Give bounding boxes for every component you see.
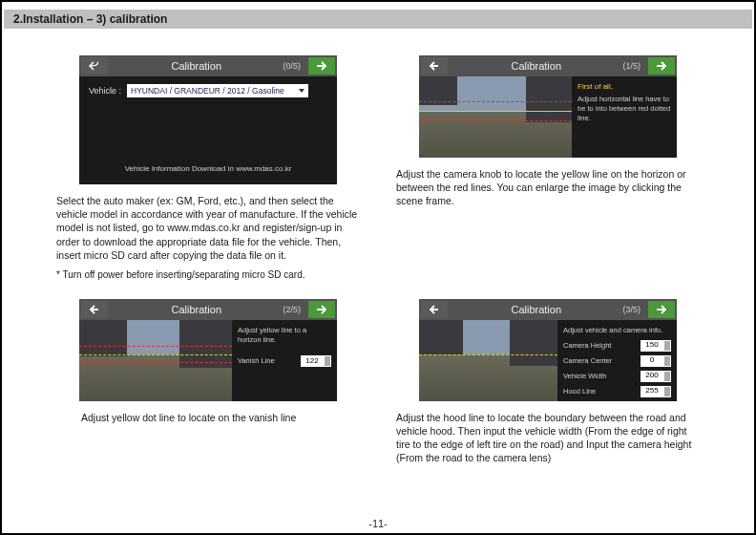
back-button[interactable] bbox=[81, 301, 108, 318]
side-heading: First of all, bbox=[578, 82, 671, 92]
vehicle-select-body: Vehicle : HYUNDAI / GRANDEUR / 2012 / Ga… bbox=[79, 76, 337, 105]
camera-height-stepper[interactable]: 150 bbox=[640, 340, 671, 352]
vanish-label: Vanish Line bbox=[238, 356, 275, 366]
next-button[interactable] bbox=[648, 301, 675, 318]
camera-height-label: Camera Height bbox=[563, 341, 611, 351]
hood-line-stepper[interactable]: 255 bbox=[640, 386, 671, 397]
next-button[interactable] bbox=[308, 57, 335, 75]
section-title: 2.Installation – 3) calibration bbox=[13, 12, 167, 26]
screenshot-topbar: Calibration (0/5) bbox=[79, 55, 337, 76]
yellow-line bbox=[419, 111, 572, 112]
side-panel: First of all, Adjust horizontal line hav… bbox=[572, 76, 677, 158]
step-2-block: Calibration (2/5) Adjust yellow line to … bbox=[38, 299, 378, 484]
section-header: 2.Installation – 3) calibration bbox=[4, 10, 752, 29]
step-0-caption: Select the auto maker (ex: GM, Ford, etc… bbox=[52, 194, 364, 262]
chevron-down-icon bbox=[299, 89, 304, 93]
next-button[interactable] bbox=[648, 57, 675, 75]
vehicle-label: Vehicle : bbox=[89, 86, 121, 96]
step-count: (3/5) bbox=[622, 305, 640, 314]
step-count: (1/5) bbox=[622, 61, 640, 71]
step-3-block: Calibration (3/5) Adjust vehicle and cam… bbox=[378, 299, 718, 484]
hood-line-label: Hood Line bbox=[563, 387, 596, 396]
red-line-bottom bbox=[79, 362, 232, 363]
vanish-stepper[interactable]: 122 bbox=[301, 355, 331, 367]
side-text: Adjust horizontal line have to be to int… bbox=[578, 95, 671, 122]
screenshot-topbar: Calibration (1/5) bbox=[419, 55, 677, 76]
camera-scene[interactable] bbox=[419, 76, 572, 158]
step-1-screenshot: Calibration (1/5) First of all, Adjust h… bbox=[419, 55, 677, 158]
screenshot-topbar: Calibration (3/5) bbox=[419, 299, 677, 320]
step-count: (2/5) bbox=[283, 305, 301, 314]
download-footer: Vehicle Information Download in www.mdas… bbox=[79, 164, 337, 173]
side-text: Adjust yellow line to a horizon line. bbox=[238, 326, 331, 345]
step-0-block: Calibration (0/5) Vehicle : HYUNDAI / GR… bbox=[38, 55, 378, 299]
step-2-caption: Adjust yellow dot line to locate on the … bbox=[52, 411, 364, 424]
back-button[interactable] bbox=[421, 57, 448, 75]
camera-scene[interactable] bbox=[79, 320, 232, 401]
red-line-bottom bbox=[419, 120, 572, 121]
screenshot-topbar: Calibration (2/5) bbox=[79, 299, 337, 320]
step-0-note: * Turn off power before inserting/separa… bbox=[52, 269, 364, 280]
side-heading: Adjust vehicle and camera info. bbox=[563, 326, 671, 335]
step-3-screenshot: Calibration (3/5) Adjust vehicle and cam… bbox=[419, 299, 677, 401]
next-button[interactable] bbox=[308, 301, 335, 318]
yellow-line bbox=[79, 354, 232, 355]
screenshot-title: Calibration bbox=[110, 304, 283, 315]
step-1-block: Calibration (1/5) First of all, Adjust h… bbox=[378, 55, 718, 299]
yellow-line bbox=[419, 354, 557, 355]
vehicle-dropdown[interactable]: HYUNDAI / GRANDEUR / 2012 / Gasoline bbox=[127, 84, 308, 97]
side-panel: Adjust vehicle and camera info. Camera H… bbox=[557, 320, 677, 401]
step-2-screenshot: Calibration (2/5) Adjust yellow line to … bbox=[79, 299, 337, 401]
screenshot-title: Calibration bbox=[110, 60, 283, 72]
undo-button[interactable] bbox=[81, 57, 108, 75]
vehicle-width-label: Vehicle Width bbox=[563, 372, 606, 381]
camera-scene[interactable] bbox=[419, 320, 557, 401]
side-panel: Adjust yellow line to a horizon line. Va… bbox=[232, 320, 337, 401]
page-number: -11- bbox=[368, 518, 388, 529]
back-button[interactable] bbox=[421, 301, 448, 318]
red-line-top bbox=[79, 346, 232, 347]
step-1-caption: Adjust the camera knob to locate the yel… bbox=[392, 167, 704, 208]
step-3-caption: Adjust the hood line to locate the bound… bbox=[392, 411, 704, 465]
step-count: (0/5) bbox=[283, 61, 301, 71]
screenshot-title: Calibration bbox=[450, 304, 622, 315]
camera-center-label: Camera Center bbox=[563, 356, 612, 366]
red-line-top bbox=[419, 101, 572, 102]
vehicle-value: HYUNDAI / GRANDEUR / 2012 / Gasoline bbox=[131, 86, 284, 96]
content-area: Calibration (0/5) Vehicle : HYUNDAI / GR… bbox=[2, 29, 754, 484]
vehicle-width-stepper[interactable]: 200 bbox=[640, 371, 671, 382]
screenshot-title: Calibration bbox=[450, 60, 622, 72]
step-0-screenshot: Calibration (0/5) Vehicle : HYUNDAI / GR… bbox=[79, 55, 337, 184]
camera-center-stepper[interactable]: 0 bbox=[640, 355, 671, 367]
